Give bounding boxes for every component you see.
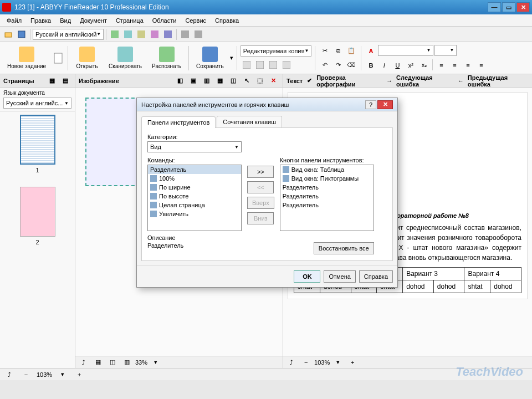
bold-icon[interactable]: B <box>365 59 377 71</box>
align-left-icon[interactable]: ≡ <box>435 59 447 71</box>
edit-copy-combo[interactable]: Редактируемая копия ▼ <box>241 45 312 57</box>
zoom-in-icon[interactable]: + <box>73 369 85 381</box>
tool-icon[interactable] <box>149 28 161 40</box>
list-item[interactable]: По высоте <box>148 192 241 201</box>
list-item[interactable]: Разделитель <box>280 201 374 209</box>
align-center-icon[interactable]: ≡ <box>448 59 461 71</box>
tool-icon[interactable] <box>192 28 204 40</box>
font-combo[interactable]: ▼ <box>378 45 433 56</box>
prev-err-icon[interactable]: ← <box>455 75 467 87</box>
open-file-icon[interactable] <box>2 28 14 40</box>
help-button[interactable]: Справка <box>359 270 393 283</box>
ok-button[interactable]: OK <box>294 270 320 283</box>
list-item[interactable]: Разделитель <box>280 183 374 192</box>
view-icon[interactable]: ▦ <box>92 356 104 369</box>
menu-areas[interactable]: Области <box>148 16 181 25</box>
list-item[interactable]: Увеличить <box>148 209 241 218</box>
layout-icon[interactable] <box>241 59 253 71</box>
add-button[interactable]: >> <box>247 166 274 178</box>
menu-edit[interactable]: Правка <box>26 16 55 25</box>
dialog-titlebar[interactable]: Настройка панелей инструментов и горячих… <box>137 98 397 111</box>
zoom-out-icon[interactable]: − <box>300 356 312 369</box>
tool-icon[interactable]: ◧ <box>174 75 186 87</box>
doc-lang-combo[interactable]: Русский и английс... ▼ <box>3 98 71 109</box>
tool-icon[interactable] <box>122 28 134 40</box>
prev-err-label[interactable]: Предыдущая ошибка <box>468 74 529 88</box>
tab-toolbars[interactable]: Панели инструментов <box>141 116 216 128</box>
tool-icon[interactable] <box>109 28 121 40</box>
cut-icon[interactable]: ✂ <box>319 45 331 57</box>
dialog-help-icon[interactable]: ? <box>365 100 376 109</box>
list-item[interactable]: Целая страница <box>148 201 241 209</box>
paste-icon[interactable]: 📋 <box>345 45 357 57</box>
list-item[interactable]: По ширине <box>148 183 241 192</box>
maximize-button[interactable]: ▭ <box>502 2 515 12</box>
chevron-down-icon[interactable]: ▾ <box>57 369 69 381</box>
list-item[interactable]: Вид окна: Таблица <box>280 165 374 174</box>
tool-icon[interactable]: ▣ <box>187 75 200 87</box>
tool-icon[interactable] <box>179 28 191 40</box>
list-item[interactable]: Разделитель <box>280 192 374 201</box>
menu-page[interactable]: Страница <box>111 16 148 25</box>
spell-icon[interactable]: ✔ <box>304 75 315 87</box>
chevron-down-icon[interactable]: ▾ <box>332 356 344 369</box>
tool-icon[interactable]: ⬚ <box>254 75 266 87</box>
italic-icon[interactable]: I <box>378 59 390 71</box>
tool-icon[interactable] <box>135 28 147 40</box>
sub-icon[interactable]: x₂ <box>418 59 430 71</box>
zoom-out-icon[interactable]: − <box>20 369 32 381</box>
tool-icon[interactable]: ↖ <box>241 75 253 87</box>
new-task-button[interactable]: Новое задание <box>3 44 50 73</box>
menu-document[interactable]: Документ <box>75 16 111 25</box>
tool-icon[interactable]: ▥ <box>201 75 213 87</box>
recognize-button[interactable]: Распознать <box>148 44 185 73</box>
size-combo[interactable]: ▼ <box>434 45 457 56</box>
align-justify-icon[interactable]: ≡ <box>475 59 487 71</box>
tool-icon[interactable]: ▦ <box>214 75 226 87</box>
save-button[interactable]: Сохранить <box>192 44 228 73</box>
commands-listbox[interactable]: Разделитель 100% По ширине По высоте Цел… <box>147 165 242 231</box>
menu-service[interactable]: Сервис <box>181 16 211 25</box>
cancel-button[interactable]: Отмена <box>324 270 355 283</box>
scan-button[interactable]: Сканировать <box>105 44 146 73</box>
language-combo[interactable]: Русский и английский ▼ <box>33 29 104 40</box>
nav-icon[interactable]: ⤴ <box>78 356 90 369</box>
spell-label[interactable]: Проверка орфографии <box>316 74 382 88</box>
menu-view[interactable]: Вид <box>55 16 75 25</box>
move-down-button[interactable]: Вниз <box>247 212 274 224</box>
close-button[interactable]: ✕ <box>516 2 530 12</box>
redo-icon[interactable]: ↷ <box>332 59 344 71</box>
thumbnail-page-1[interactable] <box>20 115 55 165</box>
copy-icon[interactable]: ⧉ <box>332 45 344 57</box>
list-item[interactable]: Вид окна: Пиктограммы <box>280 174 374 183</box>
categories-combo[interactable]: Вид ▼ <box>147 141 242 152</box>
remove-button[interactable]: << <box>247 181 274 193</box>
zoom-in-icon[interactable]: + <box>346 356 359 369</box>
underline-icon[interactable]: U <box>391 59 403 71</box>
undo-icon[interactable]: ↶ <box>319 59 331 71</box>
layout-icon[interactable] <box>254 59 266 71</box>
list-item[interactable]: 100% <box>148 174 241 183</box>
list-item[interactable]: Разделитель <box>148 165 241 174</box>
close-pane-icon[interactable]: ✕ <box>267 75 279 87</box>
font-color-icon[interactable]: A <box>365 45 377 57</box>
move-up-button[interactable]: Вверх <box>247 197 274 209</box>
chevron-down-icon[interactable]: ▾ <box>150 356 162 369</box>
clear-icon[interactable]: ⌫ <box>345 59 357 71</box>
toolbar-buttons-listbox[interactable]: Вид окна: Таблица Вид окна: Пиктограммы … <box>280 165 374 231</box>
nav-icon[interactable]: ⤴ <box>3 369 16 381</box>
view-icon[interactable]: ◫ <box>106 356 119 369</box>
view-icon[interactable]: ▤ <box>59 75 71 87</box>
menu-file[interactable]: Файл <box>2 16 26 25</box>
dialog-close-icon[interactable]: ✕ <box>377 100 393 109</box>
page-icon[interactable] <box>52 52 64 64</box>
next-err-icon[interactable]: → <box>383 75 395 87</box>
super-icon[interactable]: x² <box>405 59 417 71</box>
view-icon[interactable]: ▥ <box>121 356 133 369</box>
menu-help[interactable]: Справка <box>211 16 243 25</box>
minimize-button[interactable]: — <box>488 2 501 12</box>
layout-icon[interactable] <box>267 59 279 71</box>
align-right-icon[interactable]: ≡ <box>462 59 474 71</box>
open-button[interactable]: Открыть <box>71 44 103 73</box>
save-icon[interactable] <box>16 28 28 40</box>
